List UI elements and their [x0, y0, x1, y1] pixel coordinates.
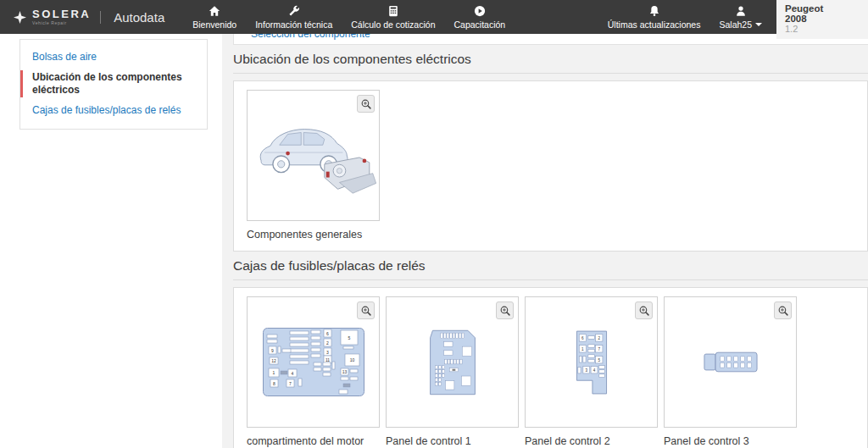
component-selection-link[interactable]: Selección del componente: [251, 34, 370, 40]
svg-text:12: 12: [271, 358, 276, 363]
panel-fuse-boxes: 6 5 2 9 3 11 12 10 1 4 13: [233, 287, 868, 448]
thumbnail-panel-control-3[interactable]: [664, 296, 797, 428]
control-panel-2-diagram: 6 2 1 7 5 3 4: [571, 330, 612, 395]
home-icon: [209, 5, 220, 17]
caret-down-icon: [755, 23, 762, 26]
bell-icon: [648, 5, 660, 17]
magnifier-zoom-icon: [638, 305, 650, 317]
section-title-fuse-boxes: Cajas de fusibles/placas de relés: [233, 257, 868, 280]
sidebar-item-cajas-fusibles[interactable]: Cajas de fusibles/placas de relés: [20, 101, 207, 120]
clipped-previous-row: Selección del componente: [233, 34, 868, 45]
svg-text:5: 5: [348, 335, 350, 340]
svg-text:10: 10: [349, 357, 354, 362]
svg-text:3: 3: [326, 350, 329, 355]
card-label: Panel de control 1: [386, 428, 519, 448]
main-nav: Bienvenido Información técnica Cálculo: [183, 0, 515, 34]
engine-fusebox-diagram: 6 5 2 9 3 11 12 10 1 4 13: [263, 328, 364, 396]
play-icon: [474, 5, 486, 17]
svg-text:8: 8: [273, 381, 275, 386]
nav-label: Bienvenido: [192, 19, 236, 30]
zoom-button[interactable]: [357, 301, 375, 319]
card-label: Panel de control 3: [664, 428, 797, 448]
nav-right: Últimas actualizaciones Salah25: [598, 0, 776, 34]
svg-text:6: 6: [326, 331, 329, 336]
brand-solera-block: SOLERA Vehicle Repair: [32, 8, 91, 25]
zoom-button[interactable]: [774, 301, 792, 319]
control-panel-1-diagram: [425, 329, 481, 395]
nav-label: Capacitación: [453, 19, 505, 30]
svg-text:5: 5: [598, 357, 600, 362]
svg-text:11: 11: [325, 357, 329, 362]
svg-text:13: 13: [342, 369, 347, 374]
vehicle-make: Peugeot: [785, 3, 863, 14]
section-title-component-locations: Ubicación de los componentes eléctricos: [233, 51, 868, 74]
panel-component-locations: Componentes generales: [233, 80, 868, 252]
svg-text:6: 6: [581, 335, 584, 340]
thumbnail-panel-control-2[interactable]: 6 2 1 7 5 3 4: [525, 296, 658, 428]
brand-tagline: Vehicle Repair: [32, 21, 91, 25]
nav-label: Información técnica: [255, 19, 332, 30]
nav-capacitacion[interactable]: Capacitación: [444, 0, 515, 34]
sidebar-item-bolsas-de-aire[interactable]: Bolsas de aire: [20, 47, 207, 67]
svg-text:4: 4: [291, 371, 293, 376]
svg-text:3: 3: [585, 368, 587, 372]
sidebar-item-ubicacion-componentes[interactable]: Ubicación de los componentes eléctricos: [20, 68, 207, 100]
card-label: Panel de control 2: [525, 428, 658, 448]
content-area: Selección del componente Ubicación de lo…: [222, 34, 868, 448]
card-panel-control-1: Panel de control 1: [386, 296, 519, 448]
nav-informacion-tecnica[interactable]: Información técnica: [246, 0, 342, 34]
car-components-diagram: [251, 109, 376, 202]
nav-label: Últimas actualizaciones: [608, 19, 701, 30]
thumbnail-componentes-generales[interactable]: [247, 90, 380, 221]
magnifier-zoom-icon: [499, 305, 511, 317]
svg-text:2: 2: [598, 335, 600, 340]
card-panel-control-3: Panel de control 3: [664, 296, 797, 448]
vehicle-model: 2008: [785, 14, 863, 24]
magnifier-zoom-icon: [360, 305, 372, 317]
magnifier-zoom-icon: [777, 305, 789, 317]
nav-label: Cálculo de cotización: [351, 19, 435, 30]
zoom-button[interactable]: [357, 95, 375, 113]
card-componentes-generales: Componentes generales: [247, 90, 380, 241]
nav-calculo-cotizacion[interactable]: Cálculo de cotización: [342, 0, 444, 34]
thumbnail-compartimento-motor[interactable]: 6 5 2 9 3 11 12 10 1 4 13: [247, 296, 380, 428]
control-panel-3-diagram: [704, 351, 758, 373]
magnifier-zoom-icon: [360, 98, 372, 110]
top-navbar: SOLERA Vehicle Repair Autodata Bienvenid…: [0, 0, 776, 34]
solera-star-icon: [14, 11, 26, 24]
nav-bienvenido[interactable]: Bienvenido: [183, 0, 246, 34]
vehicle-engine: 1.2: [785, 24, 863, 34]
nav-ultimas-actualizaciones[interactable]: Últimas actualizaciones: [598, 0, 710, 34]
calculator-icon: [387, 5, 399, 17]
vehicle-selector[interactable]: Peugeot 2008 1.2: [776, 0, 868, 39]
thumbnail-panel-control-1[interactable]: [386, 296, 519, 428]
wrench-icon: [288, 5, 300, 17]
brand-divider: [100, 11, 101, 24]
svg-text:1: 1: [581, 346, 584, 351]
zoom-button[interactable]: [635, 301, 653, 319]
user-icon: [735, 5, 747, 17]
sidebar-menu: Bolsas de aire Ubicación de los componen…: [19, 39, 208, 130]
nav-user-menu[interactable]: Salah25: [709, 0, 771, 34]
brand-logo[interactable]: SOLERA Vehicle Repair Autodata: [0, 0, 183, 34]
brand-product: Autodata: [114, 10, 164, 25]
svg-text:7: 7: [598, 346, 600, 351]
card-compartimento-motor: 6 5 2 9 3 11 12 10 1 4 13: [247, 296, 380, 448]
card-label: Componentes generales: [247, 221, 380, 241]
svg-text:1: 1: [272, 370, 275, 375]
svg-text:7: 7: [289, 381, 292, 386]
svg-text:9: 9: [271, 348, 274, 353]
svg-text:4: 4: [593, 368, 595, 372]
card-label: compartimento del motor: [247, 428, 380, 448]
card-panel-control-2: 6 2 1 7 5 3 4 Panel de control 2: [525, 296, 658, 448]
zoom-button[interactable]: [496, 301, 514, 319]
brand-name: SOLERA: [32, 8, 91, 19]
fuse-box-cards-row: 6 5 2 9 3 11 12 10 1 4 13: [247, 296, 854, 448]
svg-text:2: 2: [326, 340, 329, 346]
username: Salah25: [719, 19, 752, 30]
